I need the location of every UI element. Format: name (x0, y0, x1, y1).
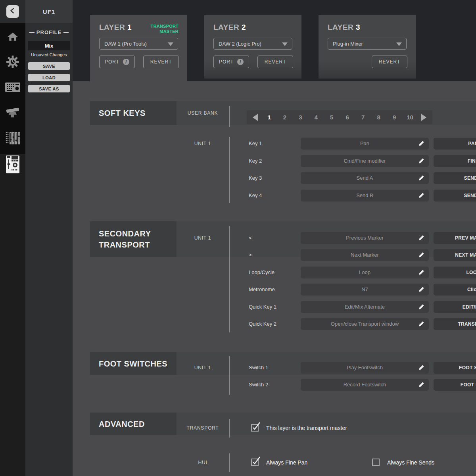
quick-key-2-field[interactable]: Open/close Transport window (301, 318, 429, 330)
switch-row-label: Switch 2 (249, 379, 268, 391)
switch-1-field[interactable]: Play Footswitch (301, 362, 429, 374)
load-button[interactable]: LOAD (28, 74, 70, 81)
key-2-display-label: FINE (434, 155, 476, 167)
bank-page-5[interactable]: 5 (327, 114, 336, 121)
switch-1-display: FOOT STOP (434, 362, 476, 374)
edit-pencil-icon[interactable] (418, 158, 424, 165)
gear-icon (6, 56, 19, 70)
edit-pencil-icon[interactable] (418, 304, 424, 311)
dropdown-caret-icon (168, 42, 173, 46)
layer-2-port-button[interactable]: PORT i (213, 56, 249, 68)
layer-1-daw-select[interactable]: DAW 1 (Pro Tools) (99, 38, 178, 50)
key-4-value: Send B (301, 190, 429, 202)
layer-1-number: 1 (127, 23, 132, 31)
loop-cycle-field[interactable]: Loop (301, 267, 429, 278)
edit-pencil-icon[interactable] (418, 382, 424, 389)
edit-pencil-icon[interactable] (418, 192, 424, 200)
key-4-display-label: SEND B (434, 190, 476, 202)
rack-icon (5, 131, 21, 147)
sidebar-item-rack[interactable] (0, 129, 25, 149)
bank-page-6[interactable]: 6 (343, 114, 352, 121)
edit-pencil-icon[interactable] (418, 365, 424, 372)
edit-pencil-icon[interactable] (418, 286, 424, 294)
divider (229, 106, 230, 127)
metronome-display: Click (434, 284, 476, 296)
layer-2-tab[interactable]: LAYER 2 DAW 2 (Logic Pro) PORT i REVERT (204, 15, 301, 79)
loop-cycle-value: Loop (301, 267, 429, 278)
prev-marker-field[interactable]: Previous Marker (301, 232, 429, 244)
quick-key-1-field[interactable]: Edit/Mix Alternate (301, 301, 429, 313)
sidebar-item-console[interactable] (0, 78, 25, 98)
user-bank-pagination: 1 2 3 4 5 6 7 8 9 10 (247, 110, 432, 124)
edit-pencil-icon[interactable] (418, 175, 424, 182)
edit-pencil-icon[interactable] (418, 140, 424, 148)
prev-marker-display: PREV MARKER (434, 232, 476, 244)
edit-pencil-icon[interactable] (418, 252, 424, 259)
layer-2-daw-value: DAW 2 (Logic Pro) (219, 41, 261, 47)
next-marker-field[interactable]: Next Marker (301, 249, 429, 261)
key-3-display-label: SEND A (434, 172, 476, 184)
layer-1-revert-button[interactable]: REVERT (143, 56, 179, 68)
save-button[interactable]: SAVE (28, 62, 70, 70)
key-label: Key 3 (249, 172, 262, 184)
metronome-value: N7 (301, 284, 429, 296)
transport-master-badge: TRANSPORT MASTER (146, 24, 178, 34)
always-fine-sends-checkbox[interactable] (372, 459, 380, 466)
bank-page-8[interactable]: 8 (374, 114, 383, 121)
bank-page-3[interactable]: 3 (296, 114, 305, 121)
bank-prev-icon[interactable] (253, 114, 258, 121)
sidebar-item-uf1-selected[interactable] (6, 155, 19, 173)
info-icon[interactable]: i (237, 59, 244, 65)
layer-1-tab[interactable]: LAYER 1 TRANSPORT MASTER DAW 1 (Pro Tool… (90, 15, 187, 81)
key-1-assignment-field[interactable]: Pan (301, 138, 429, 150)
always-fine-pan-checkbox[interactable] (251, 459, 259, 466)
divider (229, 137, 230, 203)
layer-2-daw-select[interactable]: DAW 2 (Logic Pro) (213, 38, 292, 50)
sidebar-item-home[interactable] (0, 27, 25, 48)
foot-switches-unit-label: UNIT 1 (177, 362, 229, 374)
key-1-value: Pan (301, 138, 429, 150)
divider (229, 453, 230, 472)
layer-1-name: LAYER (99, 23, 125, 31)
metronome-field[interactable]: N7 (301, 284, 429, 296)
transport-master-checkbox[interactable] (251, 424, 259, 432)
bank-page-4[interactable]: 4 (312, 114, 321, 121)
layer-3-number: 3 (356, 23, 360, 31)
checkmark-icon (251, 456, 261, 466)
edit-pencil-icon[interactable] (418, 235, 424, 242)
sidebar-item-settings[interactable] (0, 52, 25, 73)
transport-row-label: Metronome (249, 284, 275, 296)
layer-1-port-button[interactable]: PORT i (99, 56, 135, 68)
switch-1-value: Play Footswitch (301, 362, 429, 374)
bank-next-icon[interactable] (421, 114, 426, 121)
layer-3-name: LAYER (328, 23, 353, 31)
sidebar-item-fader[interactable] (0, 103, 25, 124)
key-3-assignment-field[interactable]: Send A (301, 172, 429, 184)
switch-2-field[interactable]: Record Footswitch (301, 379, 429, 391)
secondary-transport-unit-label: UNIT 1 (177, 232, 229, 244)
key-2-assignment-field[interactable]: Cmd/Fine modifier (301, 155, 429, 167)
save-as-button[interactable]: SAVE AS (28, 85, 70, 92)
transport-row-label: < (249, 232, 252, 244)
layer-3-daw-select[interactable]: Plug-in Mixer (328, 38, 407, 50)
layer-3-tab[interactable]: LAYER 3 Plug-in Mixer REVERT (319, 15, 416, 79)
back-button[interactable] (6, 5, 19, 18)
key-4-assignment-field[interactable]: Send B (301, 190, 429, 202)
layer-3-revert-button[interactable]: REVERT (372, 56, 407, 68)
layer-2-revert-button[interactable]: REVERT (257, 56, 293, 68)
bank-page-2[interactable]: 2 (280, 114, 289, 121)
bank-page-9[interactable]: 9 (390, 114, 399, 121)
profile-name-box[interactable]: Mix (28, 41, 70, 50)
key-label: Key 2 (249, 155, 262, 167)
switch-2-display: FOOT REC (434, 379, 476, 391)
info-icon[interactable]: i (123, 59, 129, 65)
layer-2-name: LAYER (213, 23, 239, 31)
bank-page-7[interactable]: 7 (359, 114, 367, 121)
always-fine-sends-label: Always Fine Sends (387, 459, 434, 466)
edit-pencil-icon[interactable] (418, 269, 424, 277)
bank-page-10[interactable]: 10 (406, 114, 415, 121)
edit-pencil-icon[interactable] (418, 321, 424, 328)
bank-page-1[interactable]: 1 (265, 114, 273, 121)
quick-key-2-value: Open/close Transport window (301, 318, 429, 330)
loop-cycle-display: LOOP (434, 267, 476, 278)
